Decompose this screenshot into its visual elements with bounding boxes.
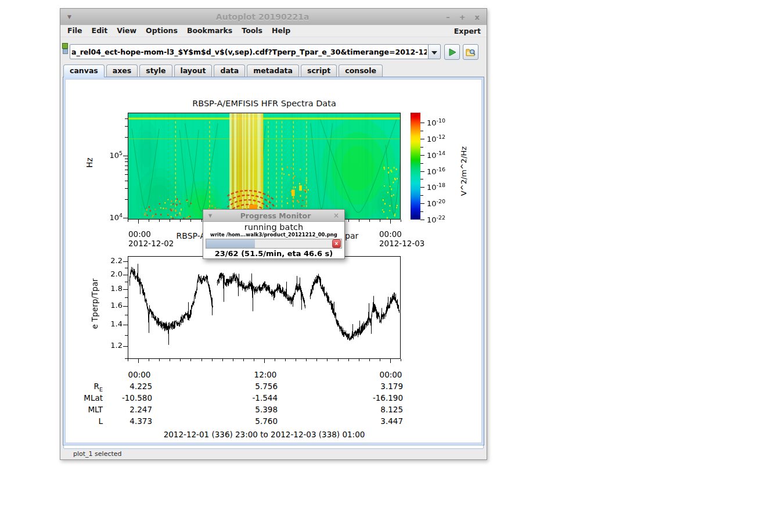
close-button[interactable]: x [475, 13, 480, 21]
progress-bar-fill [206, 239, 255, 248]
title-bar[interactable]: ▼ Autoplot 20190221a – + x [60, 9, 487, 26]
tab-axes[interactable]: axes [106, 64, 138, 77]
menu-bookmarks[interactable]: Bookmarks [182, 25, 237, 37]
axis-tick [125, 199, 128, 200]
progress-task-label: running batch [203, 222, 344, 232]
table-cell: 5.760 [219, 416, 278, 426]
progress-monitor-dialog[interactable]: ▼ Progress Monitor × running batch write… [203, 209, 345, 259]
axis-tick [201, 220, 202, 222]
axis-tick [420, 139, 424, 139]
plot2-ytick: 2.2 [87, 256, 123, 265]
axis-tick [125, 161, 128, 162]
menu-edit[interactable]: Edit [87, 25, 113, 37]
dialog-title-bar[interactable]: ▼ Progress Monitor × [203, 210, 344, 222]
axis-tick [306, 359, 307, 361]
axis-tick [125, 137, 128, 138]
axis-tick [125, 282, 128, 282]
axis-tick [123, 346, 128, 347]
tab-layout[interactable]: layout [174, 64, 213, 77]
axis-tick [125, 118, 128, 119]
axis-tick [170, 220, 170, 222]
axis-tick [348, 359, 349, 361]
datasource-green-square-icon [62, 43, 68, 49]
maximize-button[interactable]: + [459, 13, 466, 21]
axis-tick [149, 359, 149, 361]
axis-tick [190, 220, 191, 222]
axis-tick [420, 131, 423, 131]
plot-canvas[interactable]: RBSP-A/EMFISIS HFR Spectra Data Hz V^2/m… [65, 79, 482, 443]
axis-tick [123, 325, 128, 325]
stop-button[interactable]: × [332, 239, 341, 248]
uri-input[interactable] [70, 44, 429, 59]
axis-tick [125, 181, 128, 181]
axis-tick [125, 166, 128, 166]
plot2-ytick: 1.6 [87, 301, 123, 310]
plot2-ytick: 2.0 [87, 269, 123, 278]
axis-tick [125, 315, 128, 315]
axis-tick [125, 297, 128, 298]
axis-tick [369, 220, 370, 222]
axis-tick [420, 211, 423, 212]
plot2-xtick-label: 00:00 [370, 370, 411, 379]
menu-view[interactable]: View [112, 25, 141, 37]
axis-tick [170, 359, 170, 361]
axis-tick [233, 359, 233, 361]
axis-tick [380, 359, 380, 361]
colorbar-tick: 10-10 [427, 117, 445, 127]
axis-tick [369, 359, 370, 361]
browse-button[interactable] [463, 44, 478, 60]
axis-tick [420, 203, 424, 204]
menu-options[interactable]: Options [141, 25, 182, 37]
colorbar-tick: 10-14 [427, 150, 445, 160]
tab-canvas[interactable]: canvas [63, 64, 105, 77]
time-range-caption: 2012-12-01 (336) 23:00 to 2012-12-03 (33… [128, 430, 401, 439]
tab-metadata[interactable]: metadata [247, 64, 299, 77]
table-cell: 3.179 [345, 382, 403, 391]
tab-strip: canvasaxesstylelayoutdatametadatascriptc… [63, 64, 484, 77]
go-button[interactable] [444, 44, 460, 60]
axis-tick [390, 220, 391, 224]
tab-data[interactable]: data [214, 64, 245, 77]
axis-tick [123, 218, 128, 218]
uri-dropdown-button[interactable] [428, 44, 441, 59]
axis-tick [180, 220, 181, 222]
axis-tick [359, 220, 359, 222]
status-bar: plot_1 selected [73, 450, 122, 458]
plot2-ytick: 1.8 [87, 284, 123, 293]
tab-console[interactable]: console [339, 64, 383, 77]
desktop: { "window": { "title": "Autoplot 2019022… [0, 0, 781, 532]
autoplot-window: ▼ Autoplot 20190221a – + x FileEditViewO… [60, 8, 487, 460]
tab-style[interactable]: style [139, 64, 172, 77]
menu-tools[interactable]: Tools [237, 25, 267, 37]
expert-menu[interactable]: Expert [454, 27, 481, 35]
datasource-blue-square-icon [63, 49, 68, 54]
colorbar-label: V^2/m^2/Hz [459, 139, 468, 203]
axis-tick [359, 359, 359, 361]
axis-tick [123, 261, 128, 262]
status-progress-strip [63, 445, 484, 449]
table-cell: 5.756 [219, 382, 278, 391]
axis-tick [254, 359, 254, 361]
axis-tick [348, 220, 349, 222]
menu-help[interactable]: Help [267, 25, 295, 37]
table-cell: -10.580 [94, 393, 152, 402]
colorbar-tick: 10-16 [427, 166, 445, 176]
colorbar-tick: 10-12 [427, 134, 445, 143]
menu-file[interactable]: File [63, 25, 87, 37]
plot2-xtick-label: 12:00 [245, 370, 286, 379]
window-menu-icon[interactable]: ▼ [67, 14, 79, 20]
plot2-frame [128, 256, 401, 359]
axis-tick [222, 359, 223, 361]
axis-tick [190, 359, 191, 361]
window-title: Autoplot 20190221a [79, 12, 446, 21]
axis-tick [123, 156, 128, 156]
dialog-menu-icon[interactable]: ▼ [208, 213, 218, 218]
axis-tick [285, 359, 286, 361]
minimize-button[interactable]: – [446, 13, 450, 21]
colorbar [411, 113, 420, 220]
datasource-type-icon[interactable] [62, 43, 69, 56]
axis-tick [243, 359, 244, 361]
tab-script[interactable]: script [301, 64, 337, 77]
axis-tick [338, 359, 339, 361]
dialog-close-icon[interactable]: × [333, 211, 339, 220]
